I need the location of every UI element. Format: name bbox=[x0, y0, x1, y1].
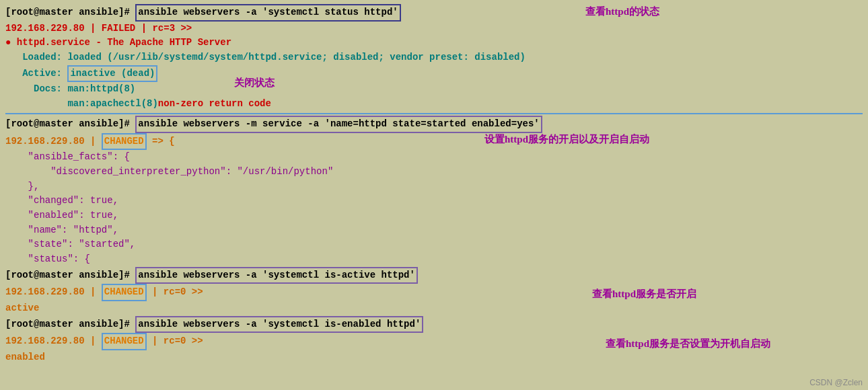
json-text-1: "ansible_facts": { bbox=[5, 150, 130, 165]
nonzero-text: non-zero return code bbox=[158, 97, 271, 112]
changed-rc-2: | rc=0 >> bbox=[147, 285, 203, 300]
changed-rc-3: | rc=0 >> bbox=[147, 334, 203, 349]
docs-text: Docs: man:httpd(8) bbox=[5, 82, 135, 97]
failed-line: 192.168.229.80 | FAILED | rc=3 >> bbox=[5, 22, 863, 36]
json-text-6: "name": "httpd", bbox=[5, 223, 118, 238]
failed-text: 192.168.229.80 | FAILED | rc=3 >> bbox=[5, 22, 192, 36]
annotation-2: 设置httpd服务的开启以及开启自启动 bbox=[484, 133, 649, 146]
annotation-1: 查看httpd的状态 bbox=[585, 5, 659, 18]
prompt-3: [root@master ansible]# bbox=[5, 268, 135, 283]
service-title: httpd.service - The Apache HTTP Server bbox=[11, 36, 231, 50]
json-line-5: "enabled": true, bbox=[5, 208, 863, 223]
bullet-icon: ● bbox=[5, 36, 11, 50]
json-text-8: "status": { bbox=[5, 252, 90, 267]
command-line-2: [root@master ansible]# ansible webserver… bbox=[5, 116, 863, 133]
separator bbox=[5, 113, 863, 114]
cmd-3: ansible webservers -a 'systemctl is-acti… bbox=[135, 267, 418, 284]
json-text-3: }, bbox=[5, 180, 39, 194]
active-output: active bbox=[5, 301, 863, 316]
changed-arrow-1: => { bbox=[147, 134, 175, 149]
changed-badge-3: CHANGED bbox=[102, 333, 147, 350]
json-text-7: "state": "started", bbox=[5, 237, 135, 252]
changed-line-2: 192.168.229.80 | CHANGED | rc=0 >> bbox=[5, 284, 863, 301]
changed-badge-1: CHANGED bbox=[102, 133, 147, 151]
json-line-2: "discovered_interpreter_python": "/usr/b… bbox=[5, 165, 863, 180]
prompt-1: [root@master ansible]# bbox=[5, 5, 135, 20]
active-label: Active: bbox=[5, 67, 67, 81]
active-word: active bbox=[5, 301, 39, 316]
json-line-1: "ansible_facts": { bbox=[5, 150, 863, 165]
json-text-2: "discovered_interpreter_python": "/usr/b… bbox=[5, 165, 333, 180]
json-text-5: "enabled": true, bbox=[5, 208, 118, 223]
enabled-word: enabled bbox=[5, 350, 45, 365]
changed-line-1: 192.168.229.80 | CHANGED => { bbox=[5, 133, 863, 151]
json-line-8: "status": { bbox=[5, 252, 863, 267]
cmd-2: ansible webservers -m service -a 'name=h… bbox=[135, 116, 542, 133]
ip-changed-3: 192.168.229.80 | bbox=[5, 334, 102, 349]
loaded-text: Loaded: loaded (/usr/lib/systemd/system/… bbox=[5, 50, 526, 65]
json-line-7: "state": "started", bbox=[5, 237, 863, 252]
json-line-6: "name": "httpd", bbox=[5, 223, 863, 238]
command-line-1: [root@master ansible]# ansible webserver… bbox=[5, 4, 863, 22]
ip-changed-1: 192.168.229.80 | bbox=[5, 134, 102, 149]
annotation-3: 查看httpd服务是否开启 bbox=[592, 288, 696, 301]
apachectl-text: man:apachectl(8) bbox=[5, 97, 158, 112]
json-line-3: }, bbox=[5, 180, 863, 194]
cmd-1: ansible webservers -a 'systemctl status … bbox=[135, 4, 400, 22]
active-line: Active: inactive (dead)关闭状态 bbox=[5, 65, 863, 83]
terminal: [root@master ansible]# ansible webserver… bbox=[0, 0, 868, 390]
command-line-3: [root@master ansible]# ansible webserver… bbox=[5, 267, 863, 284]
changed-badge-2: CHANGED bbox=[102, 284, 147, 301]
annotation-4: 查看httpd服务是否设置为开机自启动 bbox=[606, 338, 770, 350]
inactive-dead-box: inactive (dead) bbox=[67, 65, 157, 83]
docs-line: Docs: man:httpd(8) bbox=[5, 82, 863, 97]
apachectl-line: man:apachectl(8)non-zero return code bbox=[5, 97, 863, 112]
inactive-text: inactive (dead) bbox=[70, 68, 155, 79]
enabled-output: enabled bbox=[5, 350, 863, 365]
command-line-4: [root@master ansible]# ansible webserver… bbox=[5, 316, 863, 334]
prompt-4: [root@master ansible]# bbox=[5, 317, 135, 332]
json-line-4: "changed": true, bbox=[5, 194, 863, 208]
watermark: CSDN @Zclen bbox=[809, 378, 863, 387]
prompt-2: [root@master ansible]# bbox=[5, 117, 135, 132]
cmd-4: ansible webservers -a 'systemctl is-enab… bbox=[135, 316, 423, 334]
annotation-close: 关闭状态 bbox=[234, 75, 275, 91]
ip-changed-2: 192.168.229.80 | bbox=[5, 285, 102, 300]
json-text-4: "changed": true, bbox=[5, 194, 118, 208]
loaded-line: Loaded: loaded (/usr/lib/systemd/system/… bbox=[5, 50, 863, 65]
bullet-line: ● httpd.service - The Apache HTTP Server bbox=[5, 36, 863, 50]
